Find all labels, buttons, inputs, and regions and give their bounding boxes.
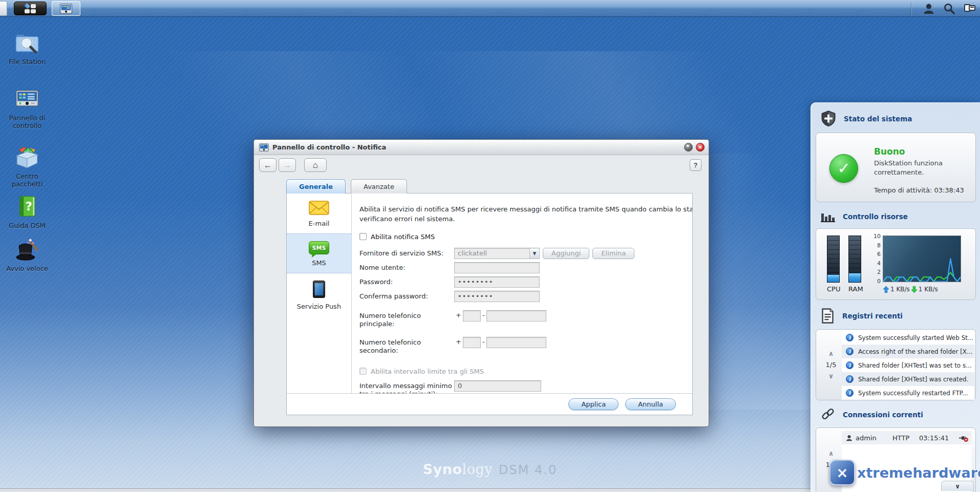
recent-logs-list: iSystem successfully started Web St...iA… [842, 331, 974, 400]
taskbar-divider [911, 2, 911, 15]
help-button[interactable]: ? [690, 159, 701, 171]
logs-page-up-icon[interactable]: ∧ [828, 350, 834, 357]
logs-page-down-icon[interactable]: ∨ [828, 373, 834, 379]
axis-tick: 4 [877, 260, 881, 267]
status-ok-icon: ✓ [829, 154, 858, 183]
axis-tick: 8 [877, 242, 881, 249]
system-health-panel: Stato del sistema ✓ Buono DiskStation fu… [811, 102, 980, 492]
home-button[interactable]: ⌂ [304, 158, 327, 172]
password-label: Password: [359, 276, 454, 286]
provider-select[interactable]: clickatell ▼ [454, 248, 540, 259]
nav-item-label: SMS [312, 259, 326, 267]
dialog-button-bar: Applica Annulla [287, 393, 692, 415]
tab-avanzate[interactable]: Avanzate [351, 179, 407, 194]
log-row[interactable]: iShared folder [XHTest] was created. [842, 372, 974, 386]
chevron-down-icon: ▼ [529, 248, 539, 259]
add-provider-button[interactable]: Aggiungi [543, 248, 589, 259]
forward-button[interactable]: → [279, 158, 296, 172]
log-row[interactable]: iShared folder [XHTest] was set to s... [842, 358, 974, 372]
secondary-phone-label: Numero telefonico secondario: [359, 337, 454, 355]
search-icon [944, 3, 955, 14]
status-value: Buono [874, 146, 961, 157]
network-chart [883, 236, 961, 282]
upload-arrow-icon [883, 286, 889, 293]
phone-separator: - [481, 337, 486, 346]
delete-provider-button[interactable]: Elimina [592, 248, 634, 259]
desktop-icon-dsm-help[interactable]: ? Guida DSM [4, 195, 50, 229]
cancel-button[interactable]: Annulla [625, 398, 676, 410]
cpu-label: CPU [827, 285, 840, 293]
watermark-text: xtremehardware.it [857, 465, 980, 481]
pilot-view-button[interactable] [960, 2, 980, 16]
control-panel-icon [14, 88, 40, 111]
user-menu-button[interactable] [919, 2, 939, 16]
package-center-icon [14, 145, 40, 169]
apply-button[interactable]: Applica [568, 398, 619, 410]
grid-menu-icon [25, 4, 36, 13]
interval-label: Intervallo messaggi minimo tra i messagg… [359, 380, 454, 393]
nav-item-sms[interactable]: SMS SMS [287, 233, 351, 273]
desktop-icon-file-station[interactable]: File Station [4, 31, 50, 66]
current-connections-title: Connessioni correnti [843, 411, 923, 419]
watermark: × xtremehardware.it [829, 460, 980, 485]
desktop-icon-quick-start[interactable]: Avvio veloce [4, 238, 50, 272]
magic-hat-icon [14, 238, 40, 261]
connection-time: 03:15:41 [919, 434, 958, 442]
enable-sms-label: Abilita notifica SMS [371, 233, 435, 241]
axis-tick: 10 [874, 233, 881, 240]
log-row[interactable]: iSystem successfully restarted FTP... [842, 386, 974, 400]
primary-phone-code-input[interactable] [463, 310, 481, 322]
search-button[interactable] [939, 2, 960, 16]
enable-sms-checkbox[interactable] [359, 233, 367, 240]
tab-bar: Generale Avanzate [286, 179, 407, 194]
bar-chart-icon [821, 210, 835, 223]
password-input[interactable] [454, 276, 540, 288]
desktop-icon-label: Avvio veloce [6, 265, 48, 272]
main-menu-button[interactable] [14, 2, 47, 15]
confirm-password-input[interactable] [454, 291, 540, 302]
desktop-icon-package-center[interactable]: Centro pacchetti [4, 145, 50, 188]
email-icon [309, 201, 329, 215]
taskbar-control-panel-button[interactable] [52, 1, 80, 16]
file-station-icon [14, 31, 40, 54]
show-desktop-button[interactable] [0, 1, 7, 16]
tab-generale[interactable]: Generale [286, 179, 346, 194]
log-row[interactable]: iAccess right of the shared folder [X... [842, 345, 974, 358]
interval-input[interactable] [454, 380, 541, 392]
connection-row[interactable]: admin HTTP 03:15:41 [842, 431, 971, 444]
provider-label: Fornitore di servizio SMS: [359, 248, 454, 258]
svg-text:?: ? [25, 200, 32, 213]
chain-link-icon [821, 408, 835, 422]
resource-monitor-box: CPU RAM 1086420 1 KB/s 1 KB/s [816, 228, 976, 300]
secondary-phone-code-input[interactable] [463, 337, 481, 348]
dsm-version-text: DSM 4.0 [499, 463, 557, 477]
log-text: Shared folder [XHTest] was set to s... [858, 362, 972, 369]
sms-description: Abilita il servizio di notifica SMS per … [359, 205, 692, 224]
minimize-button[interactable] [684, 143, 693, 152]
ram-meter-fill [849, 273, 861, 282]
secondary-phone-number-input[interactable] [486, 337, 546, 348]
username-input[interactable] [454, 262, 540, 273]
info-icon: i [846, 389, 854, 397]
desktop-icon-control-panel[interactable]: Pannello di controllo [4, 88, 50, 130]
control-panel-notification-window: Pannello di controllo - Notifica × ← → ⌂… [253, 139, 709, 427]
close-button[interactable]: × [696, 143, 705, 152]
smartphone-icon [313, 281, 325, 298]
nav-item-push-service[interactable]: Servizio Push [287, 273, 351, 316]
axis-tick: 6 [877, 251, 881, 258]
watermark-x-logo: × [829, 460, 855, 485]
upload-rate: 1 KB/s [890, 286, 910, 293]
disconnect-icon[interactable] [958, 434, 968, 442]
window-titlebar[interactable]: Pannello di controllo - Notifica × [254, 140, 709, 155]
provider-value: clickatell [455, 249, 529, 257]
connections-page-up-icon[interactable]: ∧ [828, 450, 834, 457]
control-panel-icon [259, 143, 269, 152]
back-button[interactable]: ← [259, 158, 276, 172]
confirm-password-label: Conferma password: [359, 291, 454, 301]
nav-item-email[interactable]: E-mail [287, 194, 351, 233]
primary-phone-number-input[interactable] [486, 310, 546, 322]
interval-limit-checkbox[interactable] [359, 368, 367, 375]
desktop-icon-label: Pannello di controllo [4, 114, 50, 130]
control-panel-icon [60, 4, 72, 14]
log-row[interactable]: iSystem successfully started Web St... [842, 331, 974, 345]
